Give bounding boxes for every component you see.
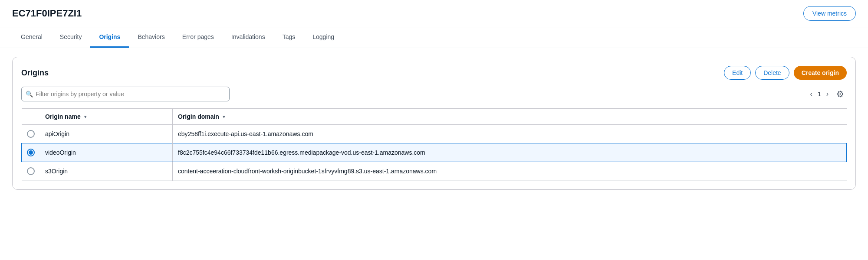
sort-arrow-name: ▼ <box>83 114 88 119</box>
origin-name-cell: videoOrigin <box>40 143 173 162</box>
tab-general[interactable]: General <box>12 27 51 48</box>
table-row[interactable]: apiOrigineby258ff1i.execute-api.us-east-… <box>22 125 847 143</box>
origin-domain-cell: eby258ff1i.execute-api.us-east-1.amazona… <box>173 125 847 143</box>
tab-error-pages[interactable]: Error pages <box>174 27 223 48</box>
table-row[interactable]: s3Origincontent-acceeration-cloudfront-w… <box>22 162 847 181</box>
table-row[interactable]: videoOriginf8c2c755fc4e94c66f733734fde11… <box>22 143 847 162</box>
table-header: Origin name ▼ Origin domain ▼ <box>22 109 847 125</box>
page-number: 1 <box>818 91 821 98</box>
tab-navigation: GeneralSecurityOriginsBehaviorsError pag… <box>0 27 868 48</box>
origins-section-title: Origins <box>21 68 49 78</box>
view-metrics-button[interactable]: View metrics <box>803 6 856 21</box>
origin-name-cell: apiOrigin <box>40 125 173 143</box>
radio-cell[interactable] <box>22 143 40 162</box>
edit-button[interactable]: Edit <box>724 66 751 80</box>
delete-button[interactable]: Delete <box>755 66 789 80</box>
radio-cell[interactable] <box>22 162 40 181</box>
radio-cell[interactable] <box>22 125 40 143</box>
prev-page-button[interactable]: ‹ <box>808 89 815 99</box>
radio-button[interactable] <box>27 149 35 156</box>
page-title: EC71F0IPE7ZI1 <box>12 8 82 19</box>
card-header: Origins Edit Delete Create origin <box>21 66 847 80</box>
tab-security[interactable]: Security <box>51 27 91 48</box>
th-radio <box>22 109 40 125</box>
main-content: Origins Edit Delete Create origin 🔍 ‹ 1 … <box>0 48 868 198</box>
origin-domain-cell: f8c2c755fc4e94c66f733734fde11b66.egress.… <box>173 143 847 162</box>
search-icon: 🔍 <box>26 91 33 98</box>
origins-card: Origins Edit Delete Create origin 🔍 ‹ 1 … <box>12 57 856 190</box>
tab-origins[interactable]: Origins <box>90 27 129 48</box>
filter-row: 🔍 ‹ 1 › ⚙ <box>21 87 847 101</box>
radio-button[interactable] <box>27 167 35 175</box>
origins-table: Origin name ▼ Origin domain ▼ apiOrigine… <box>21 108 847 181</box>
tab-logging[interactable]: Logging <box>304 27 343 48</box>
tab-tags[interactable]: Tags <box>274 27 304 48</box>
page-header: EC71F0IPE7ZI1 View metrics <box>0 0 868 27</box>
origin-domain-cell: content-acceeration-cloudfront-worksh-or… <box>173 162 847 181</box>
origins-table-body: apiOrigineby258ff1i.execute-api.us-east-… <box>22 125 847 181</box>
radio-inner-dot <box>29 150 33 155</box>
create-origin-button[interactable]: Create origin <box>794 66 847 80</box>
table-settings-button[interactable]: ⚙ <box>834 88 847 100</box>
radio-button[interactable] <box>27 130 35 138</box>
pagination-controls: ‹ 1 › ⚙ <box>808 88 847 100</box>
sort-arrow-domain: ▼ <box>222 114 226 119</box>
header-row: Origin name ▼ Origin domain ▼ <box>22 109 847 125</box>
th-origin-name: Origin name ▼ <box>40 109 173 125</box>
search-wrapper: 🔍 <box>21 87 230 101</box>
tab-behaviors[interactable]: Behaviors <box>129 27 173 48</box>
th-origin-domain: Origin domain ▼ <box>173 109 847 125</box>
tab-invalidations[interactable]: Invalidations <box>223 27 274 48</box>
card-actions: Edit Delete Create origin <box>724 66 847 80</box>
next-page-button[interactable]: › <box>824 89 831 99</box>
search-input[interactable] <box>21 87 230 101</box>
origin-name-cell: s3Origin <box>40 162 173 181</box>
